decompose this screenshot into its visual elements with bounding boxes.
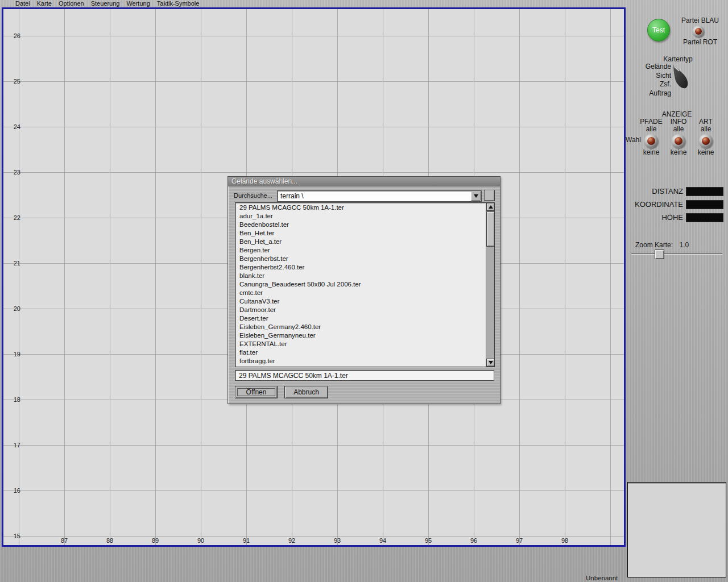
anzeige-bottom-option: keine [638, 149, 665, 156]
file-list-item[interactable]: Canungra_Beaudesert 50x80 Jul 2006.ter [236, 280, 485, 289]
kartentyp-selector-lever[interactable] [671, 64, 694, 90]
y-axis-label: 21 [3, 240, 20, 286]
knob-core [702, 137, 710, 145]
file-list-item[interactable]: Bergen.ter [236, 246, 485, 255]
x-axis-label: 88 [87, 537, 133, 544]
menu-bar: DateiKarteOptionenSteuerungWertungTaktik… [0, 0, 728, 7]
y-axis-label: 25 [3, 59, 20, 104]
scenario-name-status: Unbenannt [586, 575, 618, 581]
kartentyp-option: Sicht [626, 72, 671, 81]
x-axis-label: 90 [178, 537, 224, 544]
x-axis-label: 98 [542, 537, 588, 544]
scroll-up-button[interactable] [486, 203, 495, 211]
chevron-down-icon [474, 194, 478, 198]
file-list-item[interactable]: Ben_Het_a.ter [236, 238, 485, 246]
scroll-down-icon [489, 361, 493, 364]
browse-row: Durchsuche... terrain \ [228, 190, 500, 203]
menu-item[interactable]: Datei [15, 0, 30, 7]
file-list-item[interactable]: Bergenherbst2.460.ter [236, 263, 485, 272]
partei-rot-label: Partei ROT [680, 38, 720, 46]
anzeige-knob[interactable] [672, 134, 685, 148]
terrain-file-list[interactable]: 29 PALMS MCAGCC 50km 1A-1.teradur_1a.ter… [235, 202, 495, 367]
distanz-readout: DISTANZ [626, 186, 726, 196]
zoom-slider-thumb[interactable] [655, 250, 664, 259]
anzeige-top-option: alle [665, 126, 692, 133]
y-axis-label: 20 [3, 286, 20, 331]
x-axis-label: 94 [360, 537, 406, 544]
anzeige-knob[interactable] [644, 134, 658, 148]
koordinate-readout: KOORDINATE [626, 199, 726, 209]
file-list-item[interactable]: adur_1a.ter [236, 212, 485, 221]
kartentyp-option: Auftrag [626, 89, 671, 98]
app-window: { "menu": { "items": ["Datei", "Karte", … [0, 0, 728, 582]
y-axis-label: 23 [3, 149, 20, 195]
koordinate-display [686, 200, 723, 209]
kartentyp-title: Kartentyp [655, 55, 701, 63]
y-axis-label: 15 [3, 513, 20, 559]
file-list-item[interactable]: Eisleben_Germany2.460.ter [236, 323, 485, 331]
zoom-karte-label: Zoom Karte: [635, 241, 673, 249]
knob-core [647, 137, 655, 145]
selected-filename-field[interactable]: 29 PALMS MCAGCC 50km 1A-1.ter [235, 370, 494, 381]
y-axis-label: 24 [3, 104, 20, 149]
scrollbar-thumb[interactable] [486, 211, 495, 247]
y-axis-label: 19 [3, 331, 20, 377]
map-y-axis-labels: 262524232221201918171615 [3, 13, 20, 559]
scroll-down-button[interactable] [486, 359, 495, 367]
menu-item[interactable]: Taktik-Symbole [157, 0, 200, 7]
file-list-item[interactable]: Beedenbostel.ter [236, 221, 485, 229]
y-axis-label: 18 [3, 377, 20, 422]
y-axis-label: 26 [3, 13, 20, 59]
y-axis-label: 22 [3, 195, 20, 240]
file-list-item[interactable]: EXTERNTAL.ter [236, 340, 485, 348]
up-directory-button[interactable] [484, 190, 495, 201]
anzeige-column: INFO alle keine [665, 118, 692, 156]
knob-core [675, 137, 682, 145]
file-list-item[interactable]: Bergenherbst.ter [236, 255, 485, 263]
partei-blau-label: Partei BLAU [680, 16, 720, 24]
anzeige-top-option: alle [638, 126, 665, 133]
distanz-display [686, 187, 723, 196]
terrain-select-dialog: Gelände auswählen... Durchsuche... terra… [228, 176, 500, 404]
menu-item[interactable]: Optionen [59, 0, 84, 7]
y-axis-label: 16 [3, 468, 20, 513]
file-list-item[interactable]: blank.ter [236, 272, 485, 280]
anzeige-column: ART alle keine [692, 118, 719, 156]
zoom-slider-track[interactable] [631, 253, 722, 255]
combo-dropdown-button[interactable] [471, 192, 481, 201]
anzeige-knob[interactable] [699, 134, 713, 148]
map-x-axis-labels: 878889909192939495969798 [42, 537, 588, 544]
path-combobox[interactable]: terrain \ [277, 190, 482, 202]
menu-item[interactable]: Steuerung [91, 0, 120, 7]
file-list-item[interactable]: Dartmoor.ter [236, 306, 485, 314]
file-list-item[interactable]: flat.ter [236, 348, 485, 357]
x-axis-label: 95 [406, 537, 451, 544]
anzeige-top-option: alle [692, 126, 719, 133]
anzeige-column: PFADE alle keine [638, 118, 665, 156]
file-rows: 29 PALMS MCAGCC 50km 1A-1.teradur_1a.ter… [236, 203, 485, 366]
file-list-item[interactable]: Eisleben_Germanyneu.ter [236, 331, 485, 340]
test-button[interactable]: Test [647, 19, 670, 41]
x-axis-label: 96 [451, 537, 497, 544]
list-scrollbar[interactable] [486, 203, 494, 367]
hoehe-label: HÖHE [661, 213, 683, 222]
file-list-item[interactable]: 29 PALMS MCAGCC 50km 1A-1.ter [236, 203, 485, 212]
menu-item[interactable]: Wertung [126, 0, 150, 7]
y-axis-label: 17 [3, 422, 20, 468]
open-button[interactable]: Öffnen [235, 386, 278, 398]
kartentyp-option: Gelände [626, 63, 671, 72]
file-list-item[interactable]: Ben_Het.ter [236, 229, 485, 238]
zoom-karte-value: 1.0 [679, 241, 689, 249]
x-axis-label: 97 [497, 537, 542, 544]
file-list-item[interactable]: fortbragg.ter [236, 357, 485, 365]
cancel-button[interactable]: Abbruch [284, 386, 328, 398]
menu-item[interactable]: Karte [37, 0, 52, 7]
file-list-item[interactable]: cmtc.ter [236, 289, 485, 297]
file-list-item[interactable]: Desert.ter [236, 314, 485, 323]
distanz-label: DISTANZ [652, 187, 683, 196]
knob-core [695, 28, 702, 35]
partei-switch-knob[interactable] [693, 26, 704, 37]
kartentyp-option: Zsf. [626, 80, 671, 89]
file-list-item[interactable]: CultanaV3.ter [236, 297, 485, 306]
dialog-title-bar[interactable]: Gelände auswählen... [228, 177, 500, 186]
